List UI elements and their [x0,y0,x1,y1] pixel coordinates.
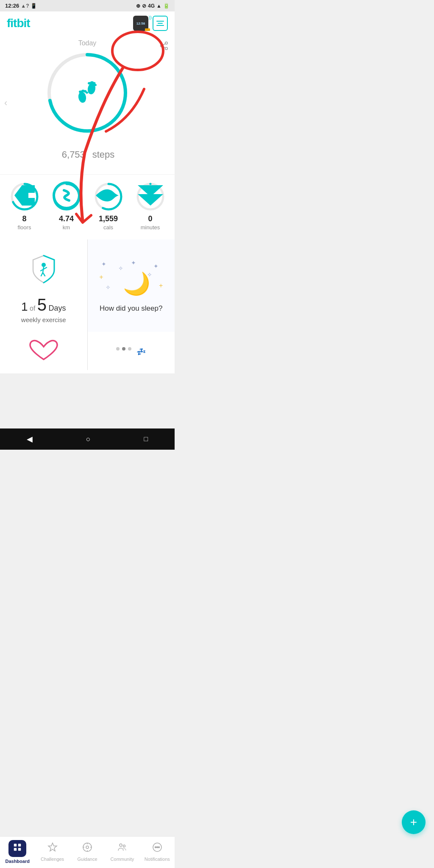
km-label: km [63,224,70,231]
metric-minutes[interactable]: 0 minutes [135,181,166,231]
minutes-circle [135,181,166,212]
cals-icon [93,180,124,213]
dot-3 [128,347,131,351]
exercise-shield-icon [27,252,61,286]
svg-point-16 [94,84,97,86]
dot-2 [122,347,125,351]
svg-point-0 [165,42,168,45]
metric-km[interactable]: 4.74 km [51,181,82,231]
exercise-current: 1 [21,300,28,313]
steps-circle [45,50,130,135]
sleep-question: How did you sleep? [100,304,162,313]
moon-icon: 🌙 [123,271,150,297]
svg-line-3 [163,46,165,48]
exercise-subtitle: weekly exercise [21,316,66,323]
minutes-value: 0 [148,214,152,223]
minutes-label: minutes [141,224,160,231]
metric-cals[interactable]: 1,559 cals [93,181,124,231]
heart-card-partial[interactable] [0,332,87,370]
main-content: Today ‹ [0,35,175,373]
svg-point-28 [42,263,46,267]
metric-floors[interactable]: 8 floors [9,181,40,231]
star-3: ✦ [131,259,136,266]
shield-svg [27,252,61,286]
menu-line-3 [156,25,164,26]
star-7: ✦ [153,263,159,270]
back-button[interactable]: ◀ [27,434,33,444]
cards-grid: 1 of 5 Days weekly exercise ✦ ✧ ✦ + ✧ + … [0,239,175,332]
android-nav-bar: ◀ ○ □ [0,428,175,450]
watch-signal-icon: )) [149,15,152,20]
minutes-icon [135,180,166,213]
star-6: + [159,282,163,289]
metrics-row: 8 floors 4.74 km [0,174,175,239]
floors-icon [9,180,40,213]
recents-button[interactable]: □ [144,435,148,443]
exercise-of: of [30,305,35,312]
cals-circle [93,181,124,212]
signal-bars-icon: ▲ [156,3,161,9]
status-bar: 12:26 ▲? 📱 ⊕ ⊘ 4G ▲ 🔋 [0,0,175,11]
km-circle [51,181,82,212]
cards-bottom-row: 💤 [0,332,175,370]
cals-label: cals [103,224,113,231]
svg-point-1 [161,45,163,47]
time: 12:26 [5,3,19,9]
floors-value: 8 [22,214,26,223]
network-label: 4G [148,3,155,9]
sleep-card[interactable]: ✦ ✧ ✦ + ✧ + ✦ ✧ 🌙 How did you sleep? [88,239,175,332]
today-label: Today [78,39,97,47]
status-icons-area: ⊕ ⊘ 4G ▲ 🔋 [136,3,170,9]
floors-label: floors [18,224,31,231]
share-button[interactable] [159,41,169,53]
cals-value: 1,559 [99,214,118,223]
footprint-svg [75,81,100,105]
sleep-data-partial[interactable]: 💤 [88,332,175,370]
menu-button[interactable] [153,16,168,31]
star-5: ✧ [106,284,111,291]
sleep-illustration: ✦ ✧ ✦ + ✧ + ✦ ✧ 🌙 [97,259,165,297]
svg-line-4 [163,44,165,45]
device-icon-container[interactable]: 12:58 )) [133,16,148,31]
sleep-dots: 💤 [116,347,146,356]
svg-point-2 [165,47,168,50]
heart-icon-svg [27,338,61,364]
prev-day-button[interactable]: ‹ [4,97,7,108]
star-4: + [99,273,103,281]
exercise-unit: Days [49,304,66,312]
watch-battery-icon [145,28,150,31]
fitbit-logo: fitbit [7,17,30,30]
home-button[interactable]: ○ [86,435,91,444]
exercise-target: 5 [37,295,47,314]
add-icon: ⊕ [136,3,140,9]
steps-value: 6,753 [62,149,85,160]
steps-unit: steps [92,149,115,160]
svg-point-11 [86,92,88,94]
steps-icon [75,81,100,105]
star-1: ✦ [101,261,106,267]
exercise-card[interactable]: 1 of 5 Days weekly exercise [0,239,87,332]
exercise-text: 1 of 5 Days weekly exercise [21,295,66,323]
steps-count-display: 6,753 steps [60,139,114,162]
km-icon [51,180,82,213]
exercise-days-display: 1 of 5 Days [21,295,66,314]
header-right: 12:58 )) [133,16,168,31]
steps-section: Today ‹ [0,35,175,171]
battery-icon: 🔋 [163,3,170,9]
menu-line-1 [156,21,164,22]
dot-1 [116,347,120,351]
signal-icon: ▲? [21,3,29,9]
status-time-area: 12:26 ▲? 📱 [5,3,37,9]
menu-line-2 [158,23,163,24]
floors-circle [9,181,40,212]
svg-point-7 [78,91,87,103]
wifi-icon: ⊘ [142,3,146,9]
phone-icon: 📱 [31,3,37,9]
km-value: 4.74 [59,214,74,223]
app-header: fitbit 12:58 )) [0,11,175,35]
